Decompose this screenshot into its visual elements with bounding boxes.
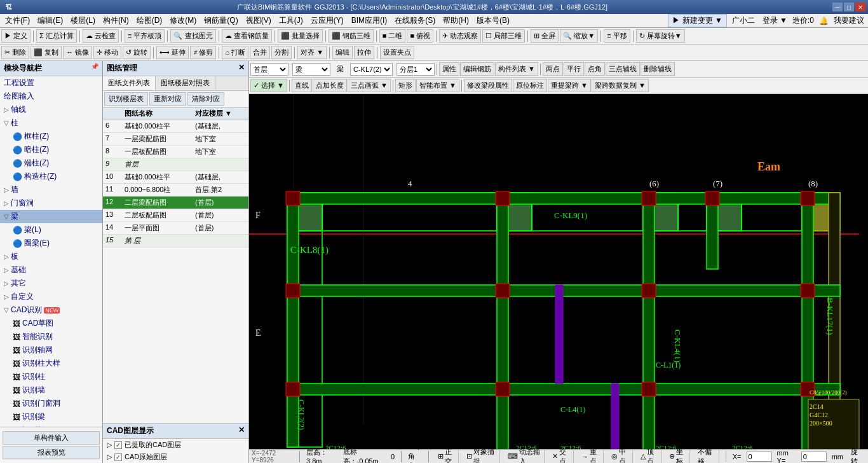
toolbar-standard-btn[interactable]: ▶ 定义 [1, 29, 31, 43]
menu-assistant[interactable]: 广小二 [727, 15, 760, 26]
cad-layer-original[interactable]: ▷ CAD原始图层 [103, 451, 248, 463]
tb-modify-beam-seg[interactable]: 修改梁段属性 [464, 79, 512, 92]
nav-beam[interactable]: ▽ 梁 [0, 210, 102, 223]
nav-cad-recognition[interactable]: ▽ CAD识别 NEW [0, 303, 102, 317]
nav-beam-l[interactable]: 🔵 梁(L) [10, 223, 102, 237]
toolbar-rebar-3d[interactable]: ⬛ 钢筋三维 [329, 29, 374, 43]
nav-recog-door[interactable]: 🖼 识别门窗洞 [10, 397, 102, 410]
floor-select[interactable]: 首层 [250, 63, 288, 76]
toolbar-find-elem[interactable]: 🔍 查找图元 [170, 29, 215, 43]
menu-rebar[interactable]: 钢筋量(Q) [200, 14, 241, 27]
tb-three-arc[interactable]: 三点画弧 ▼ [348, 79, 391, 92]
drawing-row-12[interactable]: 12 二层梁配筋图 (首层) [103, 197, 248, 209]
tb-three-point-line[interactable]: 三点辅线 [606, 62, 640, 76]
tb-extend[interactable]: ⟷ 延伸 [156, 46, 189, 59]
tb-break[interactable]: ⌂ 打断 [222, 46, 248, 59]
nav-other[interactable]: ▷ 其它 [0, 277, 102, 290]
tb-line[interactable]: 直线 [292, 79, 312, 92]
nav-frame-col[interactable]: 🔵 框柱(Z) [10, 130, 102, 143]
center-snap[interactable]: ◎ 中点 [609, 447, 633, 464]
extracted-layer-checkbox[interactable] [114, 441, 122, 449]
toolbar-fullscreen[interactable]: ⊞ 全屏 [531, 29, 559, 43]
toolbar-flat-plate[interactable]: ≡ 平齐板顶 [125, 29, 165, 43]
nav-recog-col-detail[interactable]: 🖼 识别柱大样 [10, 357, 102, 370]
nav-end-col[interactable]: 🔵 端柱(Z) [10, 156, 102, 170]
notification-icon[interactable]: 🔔 [817, 17, 831, 25]
tb-merge[interactable]: 合并 [250, 46, 270, 59]
menu-draw[interactable]: 绘图(D) [133, 14, 166, 27]
menu-edit[interactable]: 编辑(E) [34, 14, 67, 27]
nav-struct-col[interactable]: 🔵 构造柱(Z) [10, 170, 102, 183]
toolbar-rotate-screen[interactable]: ↻ 屏幕旋转▼ [636, 29, 685, 43]
tb-delete[interactable]: ✂ 删除 [1, 46, 29, 59]
minimize-button[interactable]: ─ [832, 3, 843, 11]
drawing-row-9-group[interactable]: 9 首层 [103, 158, 248, 171]
nav-smart-recog[interactable]: 🖼 智能识别 [10, 330, 102, 343]
tb-point-angle[interactable]: 点角 [585, 62, 605, 76]
layer-select[interactable]: 分层1 [397, 63, 435, 76]
tb-rotate[interactable]: ↺ 旋转 [123, 46, 151, 59]
intersect-snap[interactable]: ✕ 交点 [550, 447, 573, 464]
toolbar-dynamic[interactable]: ✈ 动态观察 [439, 29, 481, 43]
tb-point-length[interactable]: 点加长度 [313, 79, 347, 92]
cad-layers-close-btn[interactable]: ✕ [238, 425, 245, 436]
tb-del-aux-line[interactable]: 删除辅线 [641, 62, 675, 76]
original-layer-checkbox[interactable] [114, 453, 122, 461]
tb-move[interactable]: ✛ 移动 [93, 46, 121, 59]
clear-match-btn[interactable]: 清除对应 [187, 92, 224, 106]
drawing-row-15-group[interactable]: 15 第 层 [103, 235, 248, 247]
recognize-floor-table-btn[interactable]: 识别楼层表 [104, 92, 148, 106]
nav-engineering-settings[interactable]: 工程设置 [0, 76, 102, 90]
tb-copy[interactable]: ⬛ 复制 [31, 46, 62, 59]
tb-smart-layout[interactable]: 智能布置 ▼ [416, 79, 459, 92]
close-button[interactable]: ✕ [855, 3, 865, 11]
tb-member-list[interactable]: 构件列表 ▼ [495, 62, 538, 76]
tb-split[interactable]: 分割 [271, 46, 292, 59]
tb-beam-span-copy[interactable]: 梁跨数据复制 ▼ [592, 79, 649, 92]
drawing-row-13[interactable]: 13 二层板配筋图 (首层) [103, 209, 248, 222]
menu-tool[interactable]: 工具(J) [275, 14, 307, 27]
nav-drawing-input[interactable]: 绘图输入 [0, 90, 102, 103]
nav-wall[interactable]: ▷ 墙 [0, 183, 102, 197]
menu-modify[interactable]: 修改(M) [166, 14, 200, 27]
nav-recog-wall[interactable]: 🖼 识别墙 [10, 384, 102, 397]
menu-online[interactable]: 在线服务(S) [391, 14, 439, 27]
top-snap[interactable]: △ 顶点 [638, 447, 661, 464]
nav-foundation[interactable]: ▷ 基础 [0, 263, 102, 277]
drawing-row-10[interactable]: 10 基础0.000柱平 (基础层, [103, 171, 248, 184]
member-code-select[interactable]: C-KL7(2) [350, 63, 393, 76]
report-preview-btn[interactable]: 报表预览 [3, 446, 100, 459]
nav-cad-draft[interactable]: 🖼 CAD草图 [10, 317, 102, 330]
tb-edit-rebar[interactable]: 编辑钢筋 [460, 62, 494, 76]
menu-view[interactable]: 视图(V) [242, 14, 275, 27]
menu-member[interactable]: 构件(N) [99, 14, 133, 27]
tb-rectangle[interactable]: 矩形 [395, 79, 416, 92]
nav-recog-axis[interactable]: 🖼 识别轴网 [10, 343, 102, 357]
tab-drawing-file-list[interactable]: 图纸文件列表 [103, 76, 156, 90]
login-button[interactable]: 登录 ▼ [760, 15, 790, 26]
toolbar-view-rebar[interactable]: ☁ 查看钢筋量 [222, 29, 272, 43]
menu-help[interactable]: 帮助(H) [439, 14, 473, 27]
coord-snap[interactable]: ⊕ 坐标 [667, 447, 690, 464]
member-type-select[interactable]: 梁 [292, 63, 330, 76]
toolbar-zoom[interactable]: 🔍 缩放▼ [560, 29, 598, 43]
tb-property[interactable]: 属性 [439, 62, 459, 76]
tb-mirror[interactable]: ↔ 镜像 [63, 46, 92, 59]
nav-column[interactable]: ▽ 柱 [0, 116, 102, 130]
drawing-manager-close-btn[interactable]: ✕ [238, 63, 245, 74]
drawing-row-6[interactable]: 6 基础0.000柱平 (基础层, [103, 120, 248, 133]
nav-recog-beam[interactable]: 🖼 识别梁 [10, 410, 102, 424]
tb-align[interactable]: 对齐 ▼ [297, 46, 327, 59]
tb-stretch[interactable]: 拉伸 [354, 46, 374, 59]
tb-re-extract-beam[interactable]: 重提梁跨 ▼ [548, 79, 591, 92]
tb-edit[interactable]: 编辑 [332, 46, 353, 59]
tb-set-grip[interactable]: 设置夹点 [380, 46, 414, 59]
nav-ring-beam[interactable]: 🔵 圈梁(E) [10, 237, 102, 250]
drawing-row-11[interactable]: 11 0.000~6.800柱 首层,第2 [103, 184, 248, 197]
nav-slab[interactable]: ▷ 板 [0, 250, 102, 263]
drawing-row-14[interactable]: 14 一层平面图 (首层) [103, 222, 248, 235]
tb-two-points[interactable]: 两点 [543, 62, 563, 76]
tb-trim[interactable]: ≠ 修剪 [190, 46, 216, 59]
no-move-snap[interactable]: 不偏移 [695, 447, 719, 464]
toolbar-batch-select[interactable]: ⬛ 批量选择 [278, 29, 323, 43]
